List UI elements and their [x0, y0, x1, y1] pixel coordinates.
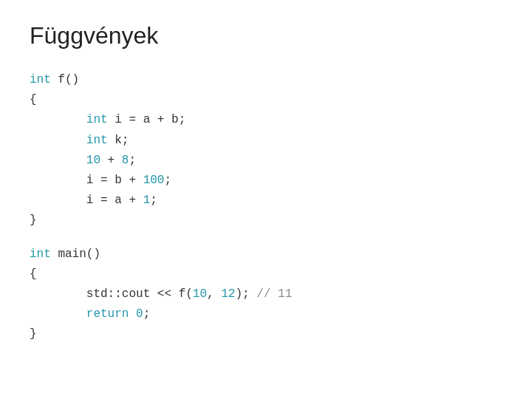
code-line-f-1: int i = a + b; — [30, 110, 502, 130]
keyword-int-3: int — [86, 134, 108, 147]
number-0: 0 — [136, 307, 143, 321]
page-title: Függvények — [30, 22, 502, 50]
code-line-main-1: std::cout << f(10, 12); // 11 — [30, 284, 502, 304]
code-line-f-open: { — [30, 90, 502, 110]
keyword-return: return — [86, 307, 129, 321]
number-10: 10 — [86, 154, 100, 167]
number-12: 12 — [221, 287, 235, 301]
keyword-int-4: int — [30, 248, 51, 261]
code-line-f-close: } — [30, 211, 502, 231]
comment-11: // 11 — [256, 287, 292, 301]
code-line-f-2: int k; — [30, 131, 502, 151]
number-1: 1 — [143, 194, 151, 207]
page: Függvények int f() { int i = a + b; int … — [0, 0, 532, 399]
spacer-1 — [30, 231, 502, 245]
number-10b: 10 — [193, 287, 207, 301]
number-8: 8 — [122, 154, 129, 167]
code-line-main-close: } — [30, 324, 502, 344]
code-line-main-2: return 0; — [30, 304, 502, 324]
keyword-int-2: int — [86, 113, 108, 126]
keyword-int-1: int — [30, 73, 51, 86]
code-block: int f() { int i = a + b; int k; 10 + 8; … — [30, 70, 502, 344]
code-line-main-open: { — [30, 265, 502, 284]
code-line-f-3: 10 + 8; — [30, 151, 502, 171]
code-line-main-sig: int main() — [30, 245, 502, 265]
number-100: 100 — [143, 174, 165, 187]
code-line-f-5: i = a + 1; — [30, 191, 502, 211]
code-line-f-sig: int f() — [30, 70, 502, 90]
code-line-f-4: i = b + 100; — [30, 171, 502, 191]
